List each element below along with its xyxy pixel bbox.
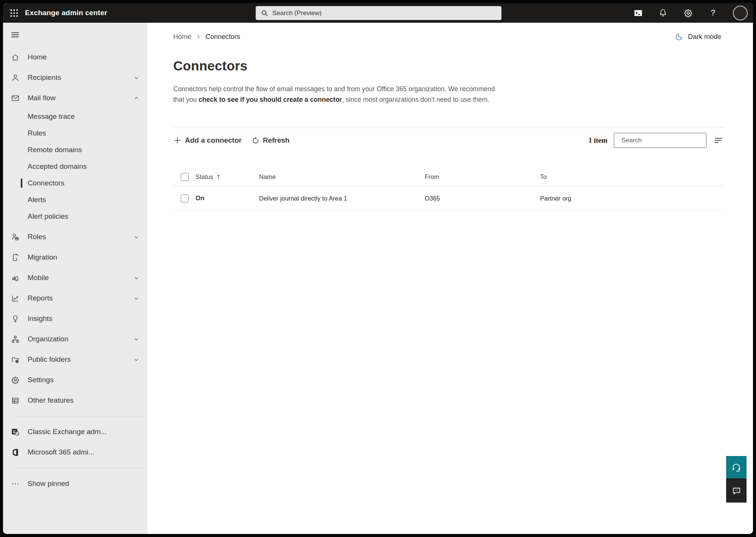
feedback-bubble-icon — [731, 486, 742, 496]
sidebar-item-remote-domains[interactable]: Remote domains — [3, 142, 147, 158]
envelope-icon — [11, 93, 20, 103]
chart-line-icon — [11, 294, 20, 303]
org-chart-icon — [11, 335, 20, 344]
sidebar-item-label: Alerts — [28, 196, 46, 204]
chevron-down-icon — [134, 296, 139, 301]
list-toolbar: Add a connector Refresh 1 item — [173, 128, 723, 153]
sidebar-item-label: Public folders — [28, 355, 71, 364]
select-all-checkbox[interactable] — [181, 173, 189, 181]
selected-indicator — [21, 179, 22, 188]
sidebar-item-mobile[interactable]: Mobile — [3, 268, 147, 288]
gear-icon — [683, 8, 693, 18]
account-avatar[interactable] — [733, 6, 748, 20]
terminal-icon — [633, 8, 643, 18]
sidebar-item-label: Mobile — [28, 274, 49, 282]
nav-collapse-button[interactable] — [3, 23, 147, 47]
sidebar-item-label: Roles — [28, 233, 46, 241]
global-search-input[interactable] — [272, 9, 497, 17]
page-title: Connectors — [173, 58, 753, 73]
sidebar-item-message-trace[interactable]: Message trace — [3, 108, 147, 125]
column-header-from[interactable]: From — [425, 173, 540, 181]
refresh-button[interactable]: Refresh — [251, 136, 290, 145]
sidebar-item-accepted-domains[interactable]: Accepted domains — [3, 158, 147, 175]
breadcrumb-current: Connectors — [205, 33, 240, 41]
dark-mode-label: Dark mode — [688, 33, 721, 41]
filter-button[interactable] — [714, 135, 723, 145]
sidebar-item-classic-exchange-admin[interactable]: E Classic Exchange adm... — [3, 422, 147, 442]
chevron-right-icon — [196, 34, 201, 39]
sidebar-item-label: Microsoft 365 admi... — [28, 448, 94, 456]
sidebar-item-alert-policies[interactable]: Alert policies — [3, 208, 147, 225]
sidebar-item-label: Remote domains — [28, 146, 82, 154]
headset-icon — [731, 462, 742, 473]
sidebar-item-show-pinned[interactable]: Show pinned — [3, 473, 147, 494]
table-icon — [11, 396, 20, 405]
notifications-button[interactable] — [658, 8, 668, 18]
breadcrumb: Home Connectors — [173, 33, 240, 41]
sidebar-item-label: Connectors — [28, 179, 64, 187]
sidebar-item-label: Migration — [28, 253, 57, 261]
global-search-box[interactable] — [256, 6, 501, 20]
chevron-up-icon — [134, 95, 139, 101]
person-badge-icon — [11, 232, 20, 241]
row-checkbox[interactable] — [181, 195, 189, 202]
microsoft365-logo-icon — [11, 448, 20, 457]
left-nav: Home Recipients Mai — [3, 23, 147, 534]
column-header-name[interactable]: Name — [259, 173, 425, 181]
plus-icon — [173, 136, 182, 145]
list-search-box[interactable] — [614, 133, 706, 148]
app-launcher-button[interactable] — [3, 3, 25, 23]
app-title: Exchange admin center — [25, 9, 107, 17]
mobile-stats-icon — [11, 273, 20, 282]
sidebar-item-reports[interactable]: Reports — [3, 288, 147, 308]
app-window: Exchange admin center — [3, 3, 753, 534]
filter-icon — [714, 135, 723, 145]
feedback-button[interactable] — [726, 478, 747, 503]
chevron-down-icon — [134, 357, 139, 363]
sidebar-item-microsoft365-admin[interactable]: Microsoft 365 admi... — [3, 442, 147, 462]
sidebar-item-label: Insights — [28, 314, 52, 323]
folder-globe-icon — [11, 355, 20, 364]
sidebar-item-connectors[interactable]: Connectors — [3, 175, 147, 191]
sidebar-item-public-folders[interactable]: Public folders — [3, 349, 147, 370]
sidebar-item-alerts[interactable]: Alerts — [3, 191, 147, 208]
chevron-down-icon — [134, 234, 139, 240]
sidebar-item-other-features[interactable]: Other features — [3, 390, 147, 411]
page-description: Connectors help control the flow of emai… — [173, 84, 505, 105]
sidebar-item-recipients[interactable]: Recipients — [3, 67, 147, 88]
lightbulb-icon — [11, 314, 20, 323]
create-connector-link[interactable]: check to see if you should create a conn… — [199, 96, 342, 103]
help-button[interactable]: ? — [708, 8, 718, 18]
exchange-logo-icon: E — [11, 427, 20, 436]
sidebar-item-label: Reports — [28, 294, 53, 302]
column-header-to[interactable]: To — [540, 173, 723, 181]
sidebar-item-migration[interactable]: Migration — [3, 247, 147, 268]
sidebar-item-insights[interactable]: Insights — [3, 308, 147, 329]
settings-button[interactable] — [683, 8, 693, 18]
sidebar-item-label: Mail flow — [28, 94, 56, 102]
dark-mode-toggle[interactable]: Dark mode — [675, 33, 721, 41]
add-connector-button[interactable]: Add a connector — [173, 136, 242, 145]
sidebar-item-label: Recipients — [28, 73, 61, 82]
sidebar-item-settings[interactable]: Settings — [3, 370, 147, 390]
ellipsis-icon — [11, 479, 20, 488]
support-button[interactable] — [726, 456, 747, 478]
main-content: Home Connectors Dark mode Connectors Con… — [147, 23, 753, 534]
sidebar-item-mail-flow[interactable]: Mail flow — [3, 88, 147, 108]
breadcrumb-home-link[interactable]: Home — [173, 33, 191, 41]
sidebar-item-organization[interactable]: Organization — [3, 329, 147, 349]
table-header-row: Status Name From To — [173, 168, 723, 186]
row-name[interactable]: Deliver journal directly to Area 1 — [259, 195, 425, 202]
sidebar-item-home[interactable]: Home — [3, 47, 147, 67]
table-row[interactable]: On Deliver journal directly to Area 1 O3… — [173, 186, 723, 211]
chevron-down-icon — [134, 336, 139, 342]
sort-ascending-icon — [216, 174, 221, 180]
column-header-status[interactable]: Status — [196, 173, 259, 181]
sidebar-item-rules[interactable]: Rules — [3, 125, 147, 142]
question-icon: ? — [711, 8, 715, 18]
row-from: O365 — [425, 195, 540, 202]
list-search-input[interactable] — [621, 137, 705, 144]
sidebar-item-roles[interactable]: Roles — [3, 227, 147, 247]
cloud-shell-button[interactable] — [633, 8, 643, 18]
refresh-icon — [251, 137, 259, 145]
